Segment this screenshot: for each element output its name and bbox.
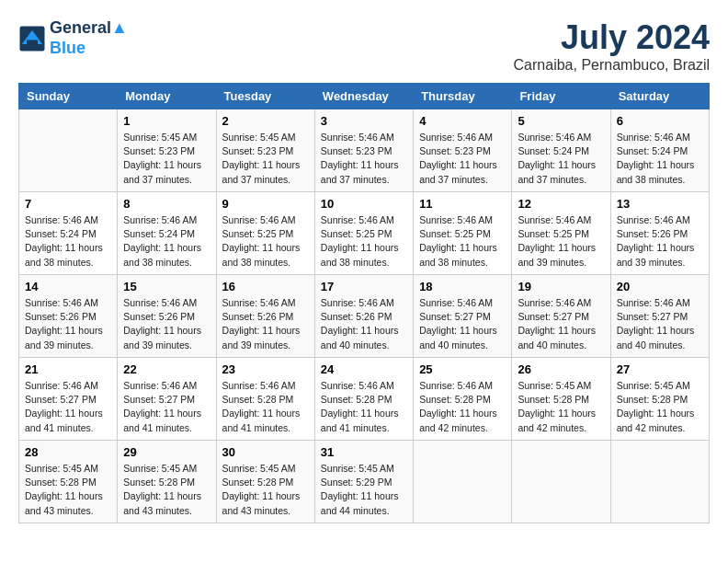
day-number: 30 [222,445,309,459]
calendar-week-2: 7Sunrise: 5:46 AMSunset: 5:24 PMDaylight… [19,192,710,275]
calendar-cell: 7Sunrise: 5:46 AMSunset: 5:24 PMDaylight… [19,192,118,275]
day-number: 23 [222,362,309,376]
day-number: 14 [25,280,111,293]
cell-info: Sunrise: 5:45 AMSunset: 5:29 PMDaylight:… [321,462,407,518]
day-number: 26 [518,362,604,376]
cell-info: Sunrise: 5:46 AMSunset: 5:28 PMDaylight:… [321,379,407,435]
cell-info: Sunrise: 5:46 AMSunset: 5:24 PMDaylight:… [617,131,703,187]
cell-info: Sunrise: 5:46 AMSunset: 5:26 PMDaylight:… [617,213,703,270]
cell-info: Sunrise: 5:46 AMSunset: 5:26 PMDaylight:… [25,296,111,352]
calendar-header-row: SundayMondayTuesdayWednesdayThursdayFrid… [19,84,710,109]
location: Carnaiba, Pernambuco, Brazil [514,57,710,74]
calendar-cell: 13Sunrise: 5:46 AMSunset: 5:26 PMDayligh… [610,192,709,275]
calendar-cell: 30Sunrise: 5:45 AMSunset: 5:28 PMDayligh… [216,441,314,523]
day-number: 8 [123,197,210,211]
cell-info: Sunrise: 5:45 AMSunset: 5:28 PMDaylight:… [518,379,604,435]
month-title: July 2024 [514,18,710,57]
calendar-cell: 6Sunrise: 5:46 AMSunset: 5:24 PMDaylight… [610,109,709,192]
cell-info: Sunrise: 5:46 AMSunset: 5:25 PMDaylight:… [518,213,604,270]
calendar-cell: 5Sunrise: 5:46 AMSunset: 5:24 PMDaylight… [512,109,610,192]
day-number: 15 [123,280,210,293]
day-header-thursday: Thursday [414,84,512,109]
calendar-cell: 20Sunrise: 5:46 AMSunset: 5:27 PMDayligh… [610,275,709,358]
calendar-week-4: 21Sunrise: 5:46 AMSunset: 5:27 PMDayligh… [19,358,710,441]
cell-info: Sunrise: 5:46 AMSunset: 5:23 PMDaylight:… [419,131,506,187]
cell-info: Sunrise: 5:46 AMSunset: 5:27 PMDaylight:… [617,296,703,352]
cell-info: Sunrise: 5:45 AMSunset: 5:28 PMDaylight:… [222,462,309,518]
day-number: 21 [25,362,111,376]
cell-info: Sunrise: 5:46 AMSunset: 5:24 PMDaylight:… [518,131,604,187]
title-block: July 2024 Carnaiba, Pernambuco, Brazil [514,18,710,74]
calendar-cell: 28Sunrise: 5:45 AMSunset: 5:28 PMDayligh… [19,441,118,523]
day-number: 13 [617,197,703,211]
calendar-cell: 2Sunrise: 5:45 AMSunset: 5:23 PMDaylight… [216,109,314,192]
cell-info: Sunrise: 5:46 AMSunset: 5:23 PMDaylight:… [321,131,407,187]
day-number: 4 [419,114,506,128]
calendar-cell: 16Sunrise: 5:46 AMSunset: 5:26 PMDayligh… [216,275,314,358]
calendar-cell: 10Sunrise: 5:46 AMSunset: 5:25 PMDayligh… [314,192,413,275]
day-number: 17 [321,280,407,293]
logo: General▲ Blue [18,18,128,58]
day-number: 27 [617,362,703,376]
calendar-cell: 1Sunrise: 5:45 AMSunset: 5:23 PMDaylight… [118,109,216,192]
calendar-cell: 23Sunrise: 5:46 AMSunset: 5:28 PMDayligh… [216,358,314,441]
day-header-saturday: Saturday [610,84,709,109]
day-number: 5 [518,114,604,128]
calendar-cell: 11Sunrise: 5:46 AMSunset: 5:25 PMDayligh… [414,192,512,275]
page-header: General▲ Blue July 2024 Carnaiba, Pernam… [18,18,710,74]
calendar-week-3: 14Sunrise: 5:46 AMSunset: 5:26 PMDayligh… [19,275,710,358]
cell-info: Sunrise: 5:46 AMSunset: 5:27 PMDaylight:… [25,379,111,435]
day-number: 29 [123,445,210,459]
cell-info: Sunrise: 5:46 AMSunset: 5:24 PMDaylight:… [25,213,111,270]
calendar-cell: 15Sunrise: 5:46 AMSunset: 5:26 PMDayligh… [118,275,216,358]
day-number: 16 [222,280,309,293]
day-header-sunday: Sunday [19,84,118,109]
day-number: 1 [123,114,210,128]
cell-info: Sunrise: 5:45 AMSunset: 5:28 PMDaylight:… [123,462,210,518]
day-number: 18 [419,280,506,293]
cell-info: Sunrise: 5:46 AMSunset: 5:27 PMDaylight:… [518,296,604,352]
cell-info: Sunrise: 5:45 AMSunset: 5:23 PMDaylight:… [222,131,309,187]
calendar-cell: 12Sunrise: 5:46 AMSunset: 5:25 PMDayligh… [512,192,610,275]
cell-info: Sunrise: 5:46 AMSunset: 5:25 PMDaylight:… [419,213,506,270]
day-header-wednesday: Wednesday [314,84,413,109]
calendar-cell: 18Sunrise: 5:46 AMSunset: 5:27 PMDayligh… [414,275,512,358]
day-number: 12 [518,197,604,211]
day-number: 7 [25,197,111,211]
day-header-monday: Monday [118,84,216,109]
cell-info: Sunrise: 5:46 AMSunset: 5:25 PMDaylight:… [321,213,407,270]
cell-info: Sunrise: 5:46 AMSunset: 5:27 PMDaylight:… [419,296,506,352]
cell-info: Sunrise: 5:46 AMSunset: 5:26 PMDaylight:… [222,296,309,352]
calendar-cell: 29Sunrise: 5:45 AMSunset: 5:28 PMDayligh… [118,441,216,523]
calendar-cell: 3Sunrise: 5:46 AMSunset: 5:23 PMDaylight… [314,109,413,192]
cell-info: Sunrise: 5:46 AMSunset: 5:24 PMDaylight:… [123,213,210,270]
calendar-cell: 8Sunrise: 5:46 AMSunset: 5:24 PMDaylight… [118,192,216,275]
day-number: 22 [123,362,210,376]
calendar-cell [610,441,709,523]
calendar-week-5: 28Sunrise: 5:45 AMSunset: 5:28 PMDayligh… [19,441,710,523]
calendar-cell: 14Sunrise: 5:46 AMSunset: 5:26 PMDayligh… [19,275,118,358]
day-number: 6 [617,114,703,128]
svg-rect-2 [27,40,38,48]
cell-info: Sunrise: 5:46 AMSunset: 5:26 PMDaylight:… [321,296,407,352]
calendar-cell: 17Sunrise: 5:46 AMSunset: 5:26 PMDayligh… [314,275,413,358]
day-number: 20 [617,280,703,293]
logo-text: General▲ Blue [50,18,128,58]
calendar-cell: 27Sunrise: 5:45 AMSunset: 5:28 PMDayligh… [610,358,709,441]
calendar-week-1: 1Sunrise: 5:45 AMSunset: 5:23 PMDaylight… [19,109,710,192]
calendar-cell: 24Sunrise: 5:46 AMSunset: 5:28 PMDayligh… [314,358,413,441]
calendar-cell: 4Sunrise: 5:46 AMSunset: 5:23 PMDaylight… [414,109,512,192]
cell-info: Sunrise: 5:46 AMSunset: 5:27 PMDaylight:… [123,379,210,435]
day-number: 19 [518,280,604,293]
calendar-cell: 22Sunrise: 5:46 AMSunset: 5:27 PMDayligh… [118,358,216,441]
cell-info: Sunrise: 5:46 AMSunset: 5:26 PMDaylight:… [123,296,210,352]
cell-info: Sunrise: 5:45 AMSunset: 5:28 PMDaylight:… [617,379,703,435]
calendar-table: SundayMondayTuesdayWednesdayThursdayFrid… [18,83,710,523]
cell-info: Sunrise: 5:46 AMSunset: 5:25 PMDaylight:… [222,213,309,270]
calendar-cell: 25Sunrise: 5:46 AMSunset: 5:28 PMDayligh… [414,358,512,441]
calendar-cell [512,441,610,523]
cell-info: Sunrise: 5:46 AMSunset: 5:28 PMDaylight:… [222,379,309,435]
cell-info: Sunrise: 5:45 AMSunset: 5:23 PMDaylight:… [123,131,210,187]
calendar-cell: 19Sunrise: 5:46 AMSunset: 5:27 PMDayligh… [512,275,610,358]
calendar-cell [19,109,118,192]
